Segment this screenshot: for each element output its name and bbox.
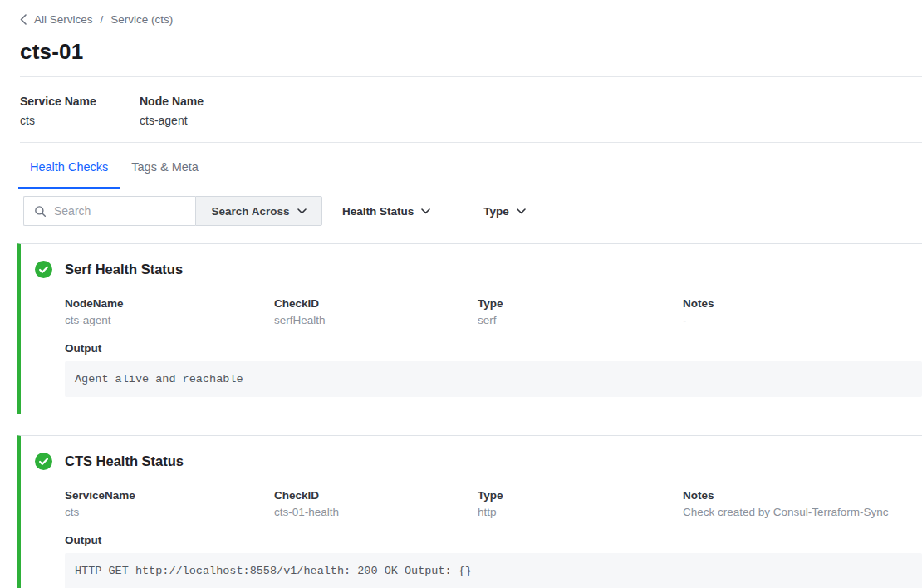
check-fields: NodeName cts-agent CheckID serfHealth Ty…: [65, 297, 922, 326]
service-name-value: cts: [20, 114, 140, 127]
tab-tags-meta[interactable]: Tags & Meta: [120, 145, 210, 189]
search-icon: [34, 205, 47, 218]
field-value: cts-01-health: [274, 506, 478, 518]
check-output: Agent alive and reachable: [65, 361, 922, 397]
page-title: cts-01: [0, 26, 922, 76]
type-label: Type: [483, 205, 509, 218]
health-status-label: Health Status: [342, 205, 414, 218]
field-value: cts-agent: [65, 314, 274, 326]
field-label: Notes: [683, 297, 922, 310]
service-name-label: Service Name: [20, 95, 140, 108]
service-name-field: Service Name cts: [20, 95, 140, 127]
field-label: Type: [478, 489, 683, 502]
field-label: CheckID: [274, 489, 478, 502]
check-field: NodeName cts-agent: [65, 297, 274, 326]
field-label: Type: [478, 297, 683, 310]
check-title: CTS Health Status: [65, 453, 184, 469]
check-output: HTTP GET http://localhost:8558/v1/health…: [65, 553, 922, 588]
field-label: ServiceName: [65, 489, 274, 502]
meta-divider: [20, 142, 922, 143]
breadcrumb-all-services[interactable]: All Services: [34, 13, 93, 26]
check-field: Type http: [478, 489, 683, 518]
field-label: Notes: [683, 489, 922, 502]
breadcrumb-separator: /: [101, 13, 104, 26]
field-value: cts: [65, 506, 274, 518]
filter-row: Search Across Health Status Type: [0, 189, 922, 233]
check-title: Serf Health Status: [65, 262, 183, 277]
field-label: CheckID: [274, 297, 478, 310]
search-input[interactable]: [54, 204, 195, 218]
check-field: CheckID serfHealth: [274, 297, 478, 326]
node-name-value: cts-agent: [140, 114, 204, 127]
search-across-label: Search Across: [211, 205, 289, 218]
check-fields: ServiceName cts CheckID cts-01-health Ty…: [65, 489, 922, 518]
type-dropdown[interactable]: Type: [483, 205, 526, 218]
search-box: [23, 196, 195, 226]
health-status-dropdown[interactable]: Health Status: [342, 205, 430, 218]
search-across-button[interactable]: Search Across: [195, 196, 322, 226]
service-meta: Service Name cts Node Name cts-agent: [0, 77, 922, 142]
health-check-card-cts: CTS Health Status ServiceName cts CheckI…: [17, 435, 922, 588]
chevron-down-icon: [517, 208, 526, 214]
chevron-down-icon: [421, 208, 430, 214]
check-circle-icon: [35, 261, 52, 278]
field-value: -: [683, 314, 922, 326]
field-value: Check created by Consul-Terraform-Sync: [683, 506, 922, 518]
check-circle-icon: [35, 453, 52, 470]
output-label: Output: [65, 534, 922, 546]
tab-health-checks[interactable]: Health Checks: [18, 145, 120, 189]
breadcrumb: All Services / Service (cts): [0, 0, 922, 26]
check-field: Notes Check created by Consul-Terraform-…: [683, 489, 922, 518]
tab-bar: Health Checks Tags & Meta: [0, 145, 922, 189]
output-label: Output: [65, 342, 922, 355]
search-group: Search Across: [23, 196, 322, 226]
check-field: Notes -: [683, 297, 922, 326]
health-check-card-serf: Serf Health Status NodeName cts-agent Ch…: [17, 243, 922, 414]
chevron-down-icon: [297, 208, 307, 214]
field-value: http: [478, 506, 683, 518]
node-name-label: Node Name: [140, 95, 204, 108]
check-field: Type serf: [478, 297, 683, 326]
field-label: NodeName: [65, 297, 274, 310]
check-header: CTS Health Status: [21, 453, 922, 470]
node-name-field: Node Name cts-agent: [140, 95, 204, 127]
field-value: serf: [478, 314, 683, 326]
check-field: CheckID cts-01-health: [274, 489, 478, 518]
breadcrumb-current: Service (cts): [110, 13, 173, 26]
field-value: serfHealth: [274, 314, 478, 326]
filter-divider: [17, 233, 922, 233]
chevron-left-icon[interactable]: [20, 14, 27, 25]
check-header: Serf Health Status: [21, 261, 922, 278]
check-field: ServiceName cts: [65, 489, 274, 518]
